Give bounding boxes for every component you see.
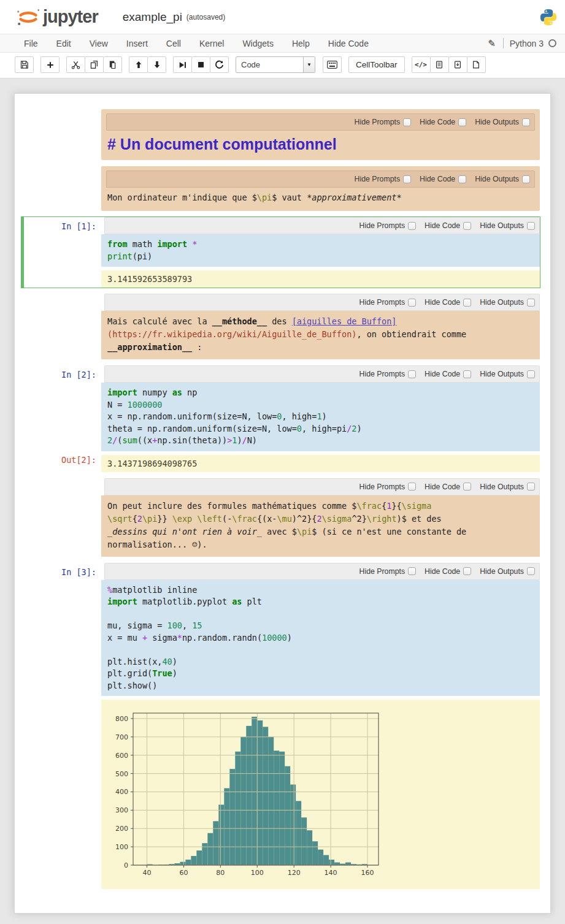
markdown-source: Mon ordinateur m'indique que $\pi$ vaut … [106,188,535,205]
hide-code-checkbox[interactable] [458,175,466,183]
autosave-status: (autosaved) [186,13,225,21]
menu-item-file[interactable]: File [15,34,47,52]
hide-code-checkbox[interactable] [463,299,471,307]
page-blank-icon [472,60,480,69]
cut-cell-icon [71,60,80,69]
hide-outputs-checkbox[interactable] [527,299,535,307]
code-token: ) [356,424,361,433]
run-cell-icon [178,61,187,69]
hide-prompts-checkbox[interactable] [403,175,411,183]
markdown-link[interactable]: [aiguilles de Buffon] [292,316,397,326]
menu-item-hide-code[interactable]: Hide Code [319,34,378,52]
paste-cell-icon [108,60,117,69]
code-token: True [152,668,172,678]
paste-cell-button[interactable] [103,56,122,73]
hide-prompts-checkbox[interactable] [408,370,416,378]
toggle-code-button[interactable]: </> [412,56,431,73]
svg-text:100: 100 [251,869,264,877]
markdown-source[interactable]: On peut inclure des formules mathématiqu… [101,495,540,557]
menu-item-kernel[interactable]: Kernel [190,34,233,52]
hide-prompts-checkbox[interactable] [408,483,416,491]
cell-toolbar-label: Hide Prompts [355,175,401,183]
markdown-edit-area[interactable]: Hide PromptsHide CodeHide OutputsMon ord… [101,166,540,211]
code-token: Mais calculé avec la [107,316,212,326]
code-cell[interactable]: In [2]:Hide PromptsHide CodeHide Outputs… [21,365,540,473]
cell-toolbar: Hide PromptsHide CodeHide Outputs [104,365,540,383]
hide-code-checkbox[interactable] [463,567,471,575]
menu-item-cell[interactable]: Cell [157,34,190,52]
markdown-cell[interactable]: Hide PromptsHide CodeHide OutputsMon ord… [21,166,540,212]
command-palette-button[interactable] [323,56,342,73]
hide-code-checkbox[interactable] [463,370,471,378]
menu-item-help[interactable]: Help [283,34,319,52]
hide-code-checkbox[interactable] [463,222,471,230]
hide-outputs-checkbox[interactable] [527,483,535,491]
code-token: 40 [162,657,172,666]
menu-item-widgets[interactable]: Widgets [233,34,283,52]
menu-item-view[interactable]: View [80,34,117,52]
cut-cell-button[interactable] [66,56,85,73]
edit-title-pencil-icon[interactable]: ✎ [488,38,496,49]
code-token: N = [107,400,128,410]
code-token: x = np.random.uniform(size=N, low= [107,411,277,421]
code-token: matplotlib.pyplot [137,597,232,606]
code-token: * [192,239,197,249]
code-token: 10000 [262,633,287,643]
code-editor[interactable]: from math import *print(pi) [101,234,540,267]
markdown-cell[interactable]: Hide PromptsHide CodeHide OutputsOn peut… [21,478,540,557]
cell-toolbar-label: Hide Prompts [359,370,405,378]
page-blank-button[interactable] [467,56,486,73]
cell-toolbar: Hide PromptsHide CodeHide Outputs [104,478,540,495]
code-editor[interactable]: import numpy as npN = 1000000x = np.rand… [101,383,540,451]
hide-code-checkbox[interactable] [458,118,466,126]
copy-cell-button[interactable] [85,56,104,73]
toolbar: Code ▼ CellToolbar </> [0,53,565,78]
input-prompt: In [1]: [24,217,101,234]
menu-item-insert[interactable]: Insert [117,34,157,52]
code-editor[interactable]: %matplotlib inlineimport matplotlib.pypl… [101,580,540,697]
code-token: ) [322,411,327,421]
cell-toolbar: Hide PromptsHide CodeHide Outputs [104,294,540,311]
cell-toolbar-label: Hide Prompts [355,118,401,126]
hide-outputs-checkbox[interactable] [527,222,535,230]
markdown-cell[interactable]: Hide PromptsHide CodeHide Outputs# Un do… [21,109,540,161]
page-export-button[interactable] [448,56,467,73]
hide-outputs-checkbox[interactable] [527,370,535,378]
code-token: \sigma [402,501,432,511]
markdown-source[interactable]: Mais calculé avec la __méthode__ des [ai… [101,311,540,359]
code-token: $ (si ce n'est une constante de [312,527,466,536]
code-cell[interactable]: In [3]:Hide PromptsHide CodeHide Outputs… [21,562,540,890]
code-token: normalisation... ☺). [107,540,207,549]
code-cell[interactable]: In [1]:Hide PromptsHide CodeHide Outputs… [21,216,540,288]
notebook-title[interactable]: example_pi [123,10,182,24]
hide-outputs-checkbox[interactable] [527,567,535,575]
markdown-cell[interactable]: Hide PromptsHide CodeHide OutputsMais ca… [21,293,540,360]
save-button[interactable] [15,56,34,73]
hide-prompts-checkbox[interactable] [403,118,411,126]
code-token: ) [237,435,242,445]
move-up-button[interactable] [129,56,148,73]
cell-toolbar-label: Hide Prompts [359,221,405,230]
svg-text:160: 160 [361,869,374,877]
cell-type-dropdown[interactable]: Code ▼ [236,56,315,73]
move-down-button[interactable] [147,56,166,73]
restart-kernel-button[interactable] [210,56,229,73]
markdown-edit-area[interactable]: Hide PromptsHide CodeHide Outputs# Un do… [101,109,540,160]
hide-prompts-checkbox[interactable] [408,567,416,575]
hide-prompts-checkbox[interactable] [408,222,416,230]
celltoolbar-button[interactable]: CellToolbar [348,56,405,73]
svg-text:40: 40 [142,869,151,877]
hide-code-checkbox[interactable] [463,483,471,491]
jupyter-logo-icon [15,7,42,27]
hide-outputs-checkbox[interactable] [522,175,530,183]
page-lines-button[interactable] [430,56,449,73]
hide-prompts-checkbox[interactable] [408,299,416,307]
hide-outputs-checkbox[interactable] [522,118,530,126]
menu-item-edit[interactable]: Edit [47,34,80,52]
jupyter-logo[interactable]: jupyter [15,7,98,27]
run-cell-button[interactable] [173,56,192,73]
svg-text:60: 60 [179,869,188,877]
add-cell-button[interactable] [40,56,60,73]
code-token: 1 [317,411,321,421]
stop-kernel-button[interactable] [191,56,210,73]
